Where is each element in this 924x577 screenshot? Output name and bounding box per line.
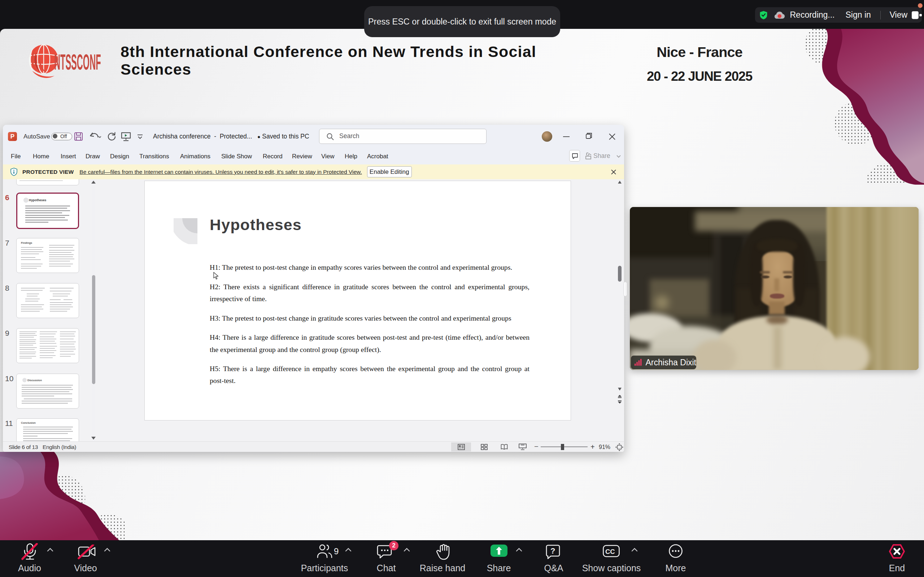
- svg-text:?: ?: [551, 546, 555, 555]
- svg-text:Conclusion: Conclusion: [21, 421, 36, 424]
- svg-text:Hypotheses: Hypotheses: [29, 198, 46, 202]
- svg-text:CC: CC: [605, 548, 615, 555]
- svg-text:Discussion: Discussion: [27, 379, 42, 382]
- svg-text:Findings: Findings: [21, 241, 32, 245]
